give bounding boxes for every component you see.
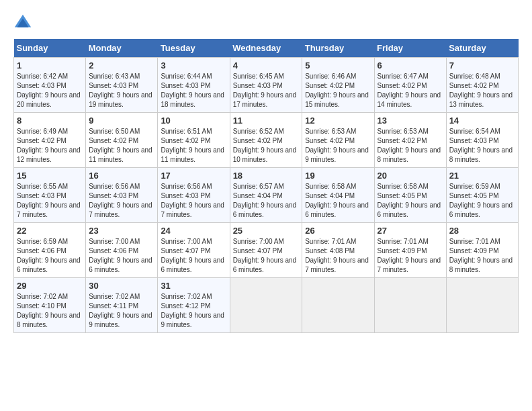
calendar-day-cell: 30Sunrise: 7:02 AMSunset: 4:11 PMDayligh… bbox=[86, 278, 158, 333]
calendar-day-cell: 24Sunrise: 7:00 AMSunset: 4:07 PMDayligh… bbox=[158, 223, 230, 278]
calendar-day-cell bbox=[302, 278, 374, 333]
day-number: 3 bbox=[161, 60, 226, 71]
day-info: Sunrise: 7:00 AMSunset: 4:06 PMDaylight:… bbox=[89, 237, 154, 275]
header-day-saturday: Saturday bbox=[446, 39, 518, 58]
calendar-week-row: 1Sunrise: 6:42 AMSunset: 4:03 PMDaylight… bbox=[14, 58, 519, 113]
calendar-table: SundayMondayTuesdayWednesdayThursdayFrid… bbox=[13, 39, 519, 333]
day-info: Sunrise: 7:02 AMSunset: 4:10 PMDaylight:… bbox=[17, 292, 83, 330]
day-info: Sunrise: 6:55 AMSunset: 4:03 PMDaylight:… bbox=[17, 182, 83, 220]
calendar-day-cell: 17Sunrise: 6:56 AMSunset: 4:03 PMDayligh… bbox=[158, 168, 230, 223]
header-day-wednesday: Wednesday bbox=[230, 39, 302, 58]
day-number: 19 bbox=[305, 171, 371, 181]
day-number: 28 bbox=[449, 226, 515, 236]
calendar-day-cell: 3Sunrise: 6:44 AMSunset: 4:03 PMDaylight… bbox=[158, 58, 230, 113]
day-number: 21 bbox=[449, 171, 515, 181]
day-info: Sunrise: 6:51 AMSunset: 4:02 PMDaylight:… bbox=[161, 127, 226, 165]
day-info: Sunrise: 7:02 AMSunset: 4:11 PMDaylight:… bbox=[89, 292, 154, 330]
page-header bbox=[13, 13, 519, 32]
day-number: 2 bbox=[89, 60, 154, 71]
header-day-monday: Monday bbox=[86, 39, 158, 58]
calendar-day-cell: 14Sunrise: 6:54 AMSunset: 4:03 PMDayligh… bbox=[446, 113, 518, 168]
calendar-day-cell: 8Sunrise: 6:49 AMSunset: 4:02 PMDaylight… bbox=[14, 113, 86, 168]
day-number: 20 bbox=[378, 171, 443, 181]
day-info: Sunrise: 6:49 AMSunset: 4:02 PMDaylight:… bbox=[17, 127, 83, 165]
day-number: 14 bbox=[449, 116, 515, 126]
day-info: Sunrise: 6:56 AMSunset: 4:03 PMDaylight:… bbox=[89, 182, 154, 220]
calendar-day-cell: 25Sunrise: 7:00 AMSunset: 4:07 PMDayligh… bbox=[230, 223, 302, 278]
day-info: Sunrise: 6:57 AMSunset: 4:04 PMDaylight:… bbox=[233, 182, 300, 220]
calendar-day-cell: 18Sunrise: 6:57 AMSunset: 4:04 PMDayligh… bbox=[230, 168, 302, 223]
calendar-week-row: 8Sunrise: 6:49 AMSunset: 4:02 PMDaylight… bbox=[14, 113, 519, 168]
day-info: Sunrise: 6:47 AMSunset: 4:02 PMDaylight:… bbox=[378, 72, 443, 109]
calendar-day-cell: 12Sunrise: 6:53 AMSunset: 4:02 PMDayligh… bbox=[302, 113, 374, 168]
calendar-week-row: 29Sunrise: 7:02 AMSunset: 4:10 PMDayligh… bbox=[14, 278, 519, 333]
calendar-day-cell: 13Sunrise: 6:53 AMSunset: 4:02 PMDayligh… bbox=[374, 113, 446, 168]
day-number: 6 bbox=[378, 60, 443, 71]
day-info: Sunrise: 6:44 AMSunset: 4:03 PMDaylight:… bbox=[161, 72, 226, 109]
calendar-day-cell: 1Sunrise: 6:42 AMSunset: 4:03 PMDaylight… bbox=[14, 58, 86, 113]
calendar-day-cell: 11Sunrise: 6:52 AMSunset: 4:02 PMDayligh… bbox=[230, 113, 302, 168]
day-info: Sunrise: 7:02 AMSunset: 4:12 PMDaylight:… bbox=[161, 292, 226, 330]
day-info: Sunrise: 7:01 AMSunset: 4:09 PMDaylight:… bbox=[378, 237, 443, 275]
day-number: 17 bbox=[161, 171, 226, 181]
logo bbox=[13, 13, 35, 32]
day-number: 10 bbox=[161, 116, 226, 126]
calendar-day-cell: 26Sunrise: 7:01 AMSunset: 4:08 PMDayligh… bbox=[302, 223, 374, 278]
day-number: 23 bbox=[89, 226, 154, 236]
day-number: 1 bbox=[17, 60, 83, 71]
day-number: 13 bbox=[378, 116, 443, 126]
day-number: 22 bbox=[17, 226, 83, 236]
day-info: Sunrise: 6:45 AMSunset: 4:03 PMDaylight:… bbox=[233, 72, 300, 109]
day-number: 5 bbox=[305, 60, 371, 71]
calendar-day-cell: 23Sunrise: 7:00 AMSunset: 4:06 PMDayligh… bbox=[86, 223, 158, 278]
header-day-thursday: Thursday bbox=[302, 39, 374, 58]
calendar-day-cell: 4Sunrise: 6:45 AMSunset: 4:03 PMDaylight… bbox=[230, 58, 302, 113]
day-info: Sunrise: 6:58 AMSunset: 4:04 PMDaylight:… bbox=[305, 182, 371, 220]
day-number: 15 bbox=[17, 171, 83, 181]
day-info: Sunrise: 6:53 AMSunset: 4:02 PMDaylight:… bbox=[378, 127, 443, 165]
calendar-day-cell: 28Sunrise: 7:01 AMSunset: 4:09 PMDayligh… bbox=[446, 223, 518, 278]
calendar-day-cell: 21Sunrise: 6:59 AMSunset: 4:05 PMDayligh… bbox=[446, 168, 518, 223]
day-info: Sunrise: 6:46 AMSunset: 4:02 PMDaylight:… bbox=[305, 72, 371, 109]
day-info: Sunrise: 6:59 AMSunset: 4:05 PMDaylight:… bbox=[449, 182, 515, 220]
calendar-day-cell bbox=[374, 278, 446, 333]
header-day-sunday: Sunday bbox=[14, 39, 86, 58]
calendar-day-cell: 10Sunrise: 6:51 AMSunset: 4:02 PMDayligh… bbox=[158, 113, 230, 168]
day-number: 4 bbox=[233, 60, 300, 71]
calendar-header-row: SundayMondayTuesdayWednesdayThursdayFrid… bbox=[14, 39, 519, 58]
calendar-day-cell: 16Sunrise: 6:56 AMSunset: 4:03 PMDayligh… bbox=[86, 168, 158, 223]
day-info: Sunrise: 6:52 AMSunset: 4:02 PMDaylight:… bbox=[233, 127, 300, 165]
header-day-tuesday: Tuesday bbox=[158, 39, 230, 58]
day-info: Sunrise: 7:00 AMSunset: 4:07 PMDaylight:… bbox=[161, 237, 226, 275]
day-info: Sunrise: 7:00 AMSunset: 4:07 PMDaylight:… bbox=[233, 237, 300, 275]
day-info: Sunrise: 6:43 AMSunset: 4:03 PMDaylight:… bbox=[89, 72, 154, 109]
day-number: 26 bbox=[305, 226, 371, 236]
calendar-day-cell: 20Sunrise: 6:58 AMSunset: 4:05 PMDayligh… bbox=[374, 168, 446, 223]
calendar-day-cell: 9Sunrise: 6:50 AMSunset: 4:02 PMDaylight… bbox=[86, 113, 158, 168]
day-number: 16 bbox=[89, 171, 154, 181]
logo-icon bbox=[13, 13, 32, 32]
day-number: 30 bbox=[89, 281, 154, 291]
day-number: 31 bbox=[161, 281, 226, 291]
day-number: 11 bbox=[233, 116, 300, 126]
day-info: Sunrise: 6:54 AMSunset: 4:03 PMDaylight:… bbox=[449, 127, 515, 165]
calendar-day-cell: 5Sunrise: 6:46 AMSunset: 4:02 PMDaylight… bbox=[302, 58, 374, 113]
day-info: Sunrise: 6:58 AMSunset: 4:05 PMDaylight:… bbox=[378, 182, 443, 220]
day-number: 27 bbox=[378, 226, 443, 236]
header-day-friday: Friday bbox=[374, 39, 446, 58]
day-info: Sunrise: 6:59 AMSunset: 4:06 PMDaylight:… bbox=[17, 237, 83, 275]
day-number: 9 bbox=[89, 116, 154, 126]
day-number: 7 bbox=[449, 60, 515, 71]
day-info: Sunrise: 7:01 AMSunset: 4:08 PMDaylight:… bbox=[305, 237, 371, 275]
calendar-day-cell bbox=[446, 278, 518, 333]
calendar-day-cell bbox=[230, 278, 302, 333]
day-info: Sunrise: 6:42 AMSunset: 4:03 PMDaylight:… bbox=[17, 72, 83, 109]
day-number: 8 bbox=[17, 116, 83, 126]
calendar-day-cell: 27Sunrise: 7:01 AMSunset: 4:09 PMDayligh… bbox=[374, 223, 446, 278]
day-info: Sunrise: 6:50 AMSunset: 4:02 PMDaylight:… bbox=[89, 127, 154, 165]
calendar-week-row: 15Sunrise: 6:55 AMSunset: 4:03 PMDayligh… bbox=[14, 168, 519, 223]
calendar-day-cell: 6Sunrise: 6:47 AMSunset: 4:02 PMDaylight… bbox=[374, 58, 446, 113]
day-info: Sunrise: 6:56 AMSunset: 4:03 PMDaylight:… bbox=[161, 182, 226, 220]
calendar-day-cell: 19Sunrise: 6:58 AMSunset: 4:04 PMDayligh… bbox=[302, 168, 374, 223]
calendar-day-cell: 2Sunrise: 6:43 AMSunset: 4:03 PMDaylight… bbox=[86, 58, 158, 113]
